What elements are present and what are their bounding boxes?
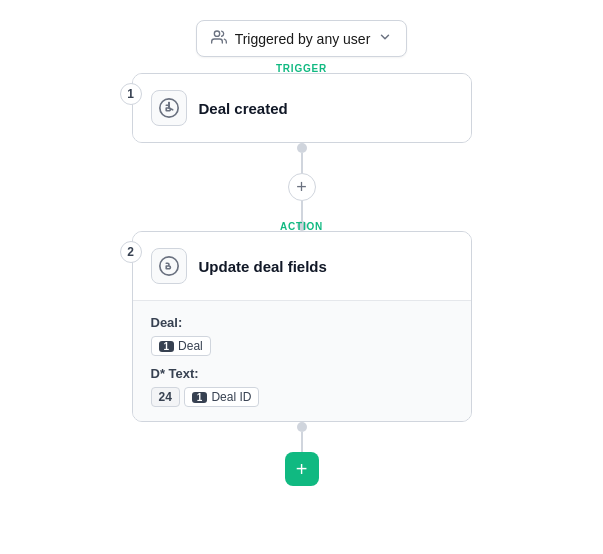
step-1-card: 1 TRIGGER Deal created [132,73,472,143]
d-text-value: Deal ID [211,390,251,404]
deal-text: Deal [178,339,203,353]
chevron-down-icon [378,30,392,47]
deal-step-ref: 1 [159,341,175,352]
d-text-row: D* Text: 24 1 Deal ID [151,366,453,407]
step-1-box[interactable]: Deal created [132,73,472,143]
step-2-box[interactable]: Update deal fields Deal: 1 Deal D* Text: [132,231,472,422]
connector-dot-1 [297,143,307,153]
vline-2 [301,201,303,221]
step-2-detail: Deal: 1 Deal D* Text: 24 1 Deal [133,300,471,421]
d-text-row-values: 24 1 Deal ID [151,387,453,407]
step-1-type-label: TRIGGER [276,63,327,74]
d-text-row-label: D* Text: [151,366,453,381]
update-deal-icon [151,248,187,284]
connector-dot-3 [297,422,307,432]
step-2-header: Update deal fields [133,232,471,300]
step-2-type-label: ACTION [280,221,323,232]
d-text-step-ref: 1 [192,392,208,403]
vline-1 [301,153,303,173]
vline-3 [301,432,303,452]
step-2-number: 2 [120,241,142,263]
plus-green-icon: + [296,458,308,481]
deal-row: Deal: 1 Deal [151,315,453,356]
plus-icon: + [296,177,307,198]
deal-created-icon [151,90,187,126]
step-1-number: 1 [120,83,142,105]
svg-point-0 [214,31,219,36]
deal-row-values: 1 Deal [151,336,453,356]
workflow-canvas: Triggered by any user 1 TRIGGER Deal [0,20,603,486]
d-text-step-tag: 1 Deal ID [184,387,260,407]
deal-step-tag: 1 Deal [151,336,211,356]
trigger-dropdown-label: Triggered by any user [235,31,371,47]
user-icon [211,29,227,48]
step-1-title: Deal created [199,100,288,117]
step-2-card: 2 ACTION Update deal fields Deal: [132,231,472,422]
deal-row-label: Deal: [151,315,453,330]
step-2-title: Update deal fields [199,258,327,275]
trigger-dropdown[interactable]: Triggered by any user [196,20,408,57]
add-action-button[interactable]: + [285,452,319,486]
d-text-prefix: 24 [151,387,180,407]
step-1-header: Deal created [133,74,471,142]
add-step-button[interactable]: + [288,173,316,201]
